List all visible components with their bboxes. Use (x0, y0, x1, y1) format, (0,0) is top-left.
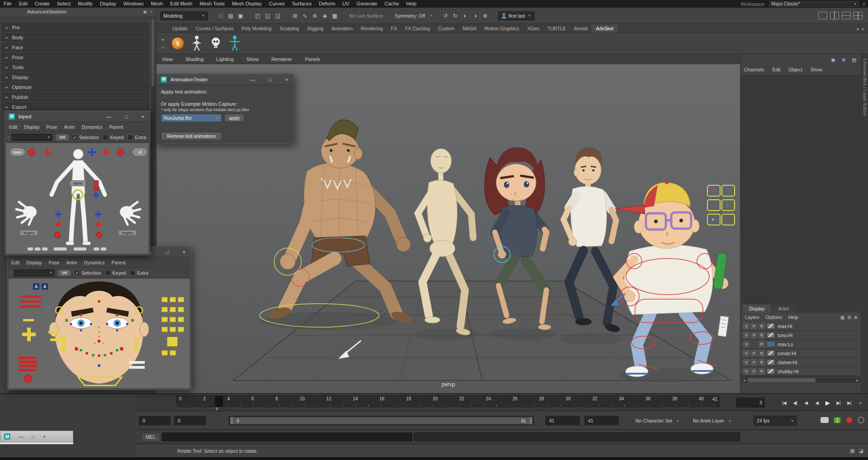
layer-color-swatch[interactable] (767, 342, 774, 347)
face-picker-window[interactable]: — □ × EditDisplayPoseAnimDynamicsParent … (7, 246, 191, 390)
menubar-item[interactable]: Edit Mesh (166, 0, 196, 8)
shelf-tab-update[interactable]: Update (168, 24, 192, 33)
layer-visibility-toggle[interactable]: V (743, 332, 749, 338)
pose-button-large[interactable] (167, 337, 178, 347)
layer-color-swatch[interactable] (767, 360, 774, 365)
character-selection-dropdown[interactable]: first last ▼ (498, 11, 535, 20)
layer-row[interactable]: V R max:Lo (741, 340, 860, 349)
menubar-item[interactable]: Select (53, 0, 75, 8)
layer-color-swatch[interactable] (767, 369, 774, 374)
channel-list-area[interactable] (741, 75, 860, 303)
layer-row[interactable]: V P R clairee:Hi (741, 358, 860, 367)
viewport-menu-item[interactable]: Shading (185, 56, 204, 62)
ipr-render-icon[interactable]: ◑ (471, 11, 480, 20)
viewport-menu-item[interactable]: Lighting (216, 56, 234, 62)
new-layer-from-selected-icon[interactable]: ⊕ (854, 315, 858, 320)
shelf-overflow-right-icon[interactable]: ▸ (862, 26, 864, 31)
checkbox-box[interactable] (130, 270, 135, 276)
shelf-button-biped-skeleton[interactable] (189, 34, 204, 52)
mouth-slider-control[interactable] (19, 369, 37, 371)
layer-reference-toggle[interactable]: R (759, 341, 765, 347)
layer-reference-toggle[interactable]: R (759, 368, 765, 375)
channel-key-icon[interactable]: ⊕ (840, 56, 847, 63)
symmetry-dropdown[interactable]: Symmetry: Off (393, 13, 427, 19)
leg-fk-control[interactable] (95, 211, 101, 217)
channel-manipulator-icon[interactable]: ◉ (830, 56, 837, 63)
picker-option-button[interactable] (42, 247, 48, 251)
mouth-slider-control[interactable] (19, 361, 37, 363)
brow-slider-control[interactable] (20, 300, 41, 303)
checkbox-box[interactable] (103, 135, 108, 140)
window-titlebar[interactable]: M AnimationTester — □ × (157, 74, 294, 85)
pose-button[interactable] (170, 307, 176, 312)
foot-control[interactable] (54, 232, 61, 238)
selection-checkbox[interactable]: ✓ Selection (72, 135, 99, 140)
menu-item[interactable]: Dynamics (84, 260, 104, 265)
leg-fk-control[interactable] (55, 211, 62, 217)
foot-control[interactable] (96, 232, 102, 238)
layout-four-pane-icon[interactable] (854, 12, 863, 19)
menu-item[interactable]: Display (24, 124, 39, 130)
pose-button[interactable] (170, 297, 176, 302)
shelf-tab-rendering[interactable]: Rendering (357, 24, 387, 33)
anim-layer-dropdown[interactable]: No Anim Layer▼ (693, 416, 731, 426)
channel-settings-icon[interactable]: ▤ (850, 56, 858, 63)
pose-button[interactable] (178, 297, 184, 302)
extra-checkbox[interactable]: Extra (130, 270, 148, 276)
shelf-tab-arnold[interactable]: Arnold (570, 24, 592, 33)
left-panel-section[interactable]: ▸ Display (2, 73, 149, 81)
redo-icon[interactable]: ↻ (451, 11, 460, 20)
viewport-menu-item[interactable]: Panels (305, 56, 320, 62)
timeline-ruler[interactable]: 0246810121416182022242628303234363840 41 (176, 395, 720, 407)
pose-button[interactable] (161, 307, 168, 312)
arm-ik-control[interactable] (43, 148, 52, 156)
pose-button[interactable] (170, 317, 176, 322)
close-icon[interactable]: × (183, 249, 185, 255)
left-panel-section[interactable]: ▸ Body (2, 33, 149, 42)
scroll-right-icon[interactable]: ▶ (855, 378, 860, 383)
menu-item[interactable]: Anim (66, 260, 77, 265)
workspace-menu-icon[interactable]: ≡ (863, 1, 865, 7)
select-object-icon[interactable]: ◱ (263, 11, 272, 20)
range-slider[interactable]: 0 41 (228, 416, 534, 426)
menu-item[interactable]: Parent (112, 260, 126, 265)
playhead[interactable] (215, 396, 223, 407)
shelf-button-skull[interactable] (208, 34, 223, 52)
leg-ik-control[interactable] (55, 221, 62, 227)
arm-ik-control[interactable] (102, 148, 110, 156)
menubar-item[interactable]: Modify (74, 0, 96, 8)
maximize-icon[interactable]: □ (166, 249, 169, 255)
channelbox-menu-item[interactable]: Object (788, 67, 802, 72)
layout-toggle-icon[interactable]: ◪ (859, 448, 863, 454)
layer-playback-toggle[interactable]: P (751, 323, 757, 329)
shelf-tab-xgen[interactable]: XGen (523, 24, 544, 33)
pose-button[interactable] (170, 327, 176, 332)
brow-slider-control[interactable] (20, 296, 41, 298)
save-scene-icon[interactable]: ▣ (236, 11, 245, 20)
head-control[interactable] (28, 149, 35, 156)
animation-tester-window[interactable]: M AnimationTester — □ × Apply test anima… (157, 74, 294, 144)
pose-button[interactable] (161, 350, 168, 356)
record-button[interactable]: ● (855, 397, 865, 408)
menubar-item[interactable]: Windows (120, 0, 147, 8)
picker-option-button[interactable] (73, 247, 87, 251)
step-back-button[interactable]: ◀ (801, 397, 811, 408)
viewport-menu-item[interactable]: View (162, 56, 173, 62)
pose-button[interactable] (161, 327, 168, 332)
channelbox-menu-item[interactable]: Channels (744, 67, 764, 72)
set-button[interactable]: set (57, 269, 71, 277)
close-icon[interactable]: × (43, 434, 46, 439)
main-select-button[interactable]: Main (11, 149, 24, 155)
set-button[interactable]: set (55, 134, 69, 141)
picker-option-button[interactable] (34, 247, 41, 251)
preset-a-button[interactable]: A (33, 283, 40, 290)
animation-preferences-icon[interactable] (858, 417, 864, 423)
layer-visibility-toggle[interactable]: V (743, 350, 749, 357)
jaw-control[interactable] (24, 375, 32, 383)
range-slider-bar-handle[interactable]: 0 41 (230, 417, 532, 424)
spine-fk-control[interactable] (94, 186, 99, 191)
character-set-dropdown[interactable]: No Character Set▼ (636, 416, 679, 426)
close-icon[interactable]: × (142, 114, 144, 119)
layer-visibility-toggle[interactable]: V (743, 368, 749, 375)
select-hierarchy-icon[interactable]: ◰ (253, 11, 262, 20)
